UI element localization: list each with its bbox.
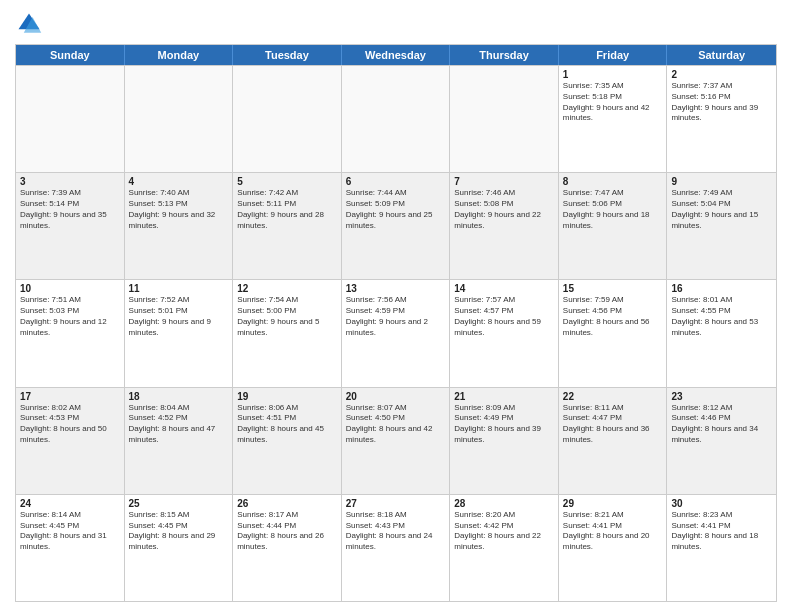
logo-icon: [15, 10, 43, 38]
calendar-cell: 6Sunrise: 7:44 AM Sunset: 5:09 PM Daylig…: [342, 173, 451, 279]
header: [15, 10, 777, 38]
cell-info: Sunrise: 7:56 AM Sunset: 4:59 PM Dayligh…: [346, 295, 446, 338]
cell-info: Sunrise: 8:15 AM Sunset: 4:45 PM Dayligh…: [129, 510, 229, 553]
day-number: 6: [346, 176, 446, 187]
calendar-cell: 28Sunrise: 8:20 AM Sunset: 4:42 PM Dayli…: [450, 495, 559, 601]
cell-info: Sunrise: 7:40 AM Sunset: 5:13 PM Dayligh…: [129, 188, 229, 231]
calendar-cell: 24Sunrise: 8:14 AM Sunset: 4:45 PM Dayli…: [16, 495, 125, 601]
cell-info: Sunrise: 8:07 AM Sunset: 4:50 PM Dayligh…: [346, 403, 446, 446]
calendar-cell: 2Sunrise: 7:37 AM Sunset: 5:16 PM Daylig…: [667, 66, 776, 172]
day-number: 16: [671, 283, 772, 294]
calendar-cell: [342, 66, 451, 172]
calendar-row: 1Sunrise: 7:35 AM Sunset: 5:18 PM Daylig…: [16, 65, 776, 172]
day-number: 4: [129, 176, 229, 187]
day-header: Saturday: [667, 45, 776, 65]
calendar-cell: [450, 66, 559, 172]
calendar-row: 24Sunrise: 8:14 AM Sunset: 4:45 PM Dayli…: [16, 494, 776, 601]
cell-info: Sunrise: 7:54 AM Sunset: 5:00 PM Dayligh…: [237, 295, 337, 338]
calendar-row: 3Sunrise: 7:39 AM Sunset: 5:14 PM Daylig…: [16, 172, 776, 279]
calendar-cell: 3Sunrise: 7:39 AM Sunset: 5:14 PM Daylig…: [16, 173, 125, 279]
day-number: 10: [20, 283, 120, 294]
calendar-cell: [125, 66, 234, 172]
day-number: 27: [346, 498, 446, 509]
calendar-cell: 11Sunrise: 7:52 AM Sunset: 5:01 PM Dayli…: [125, 280, 234, 386]
day-header: Friday: [559, 45, 668, 65]
day-number: 5: [237, 176, 337, 187]
calendar-cell: 18Sunrise: 8:04 AM Sunset: 4:52 PM Dayli…: [125, 388, 234, 494]
day-number: 19: [237, 391, 337, 402]
cell-info: Sunrise: 8:09 AM Sunset: 4:49 PM Dayligh…: [454, 403, 554, 446]
calendar-cell: 26Sunrise: 8:17 AM Sunset: 4:44 PM Dayli…: [233, 495, 342, 601]
calendar-cell: 8Sunrise: 7:47 AM Sunset: 5:06 PM Daylig…: [559, 173, 668, 279]
day-number: 12: [237, 283, 337, 294]
cell-info: Sunrise: 7:44 AM Sunset: 5:09 PM Dayligh…: [346, 188, 446, 231]
calendar-cell: 10Sunrise: 7:51 AM Sunset: 5:03 PM Dayli…: [16, 280, 125, 386]
day-number: 18: [129, 391, 229, 402]
cell-info: Sunrise: 7:35 AM Sunset: 5:18 PM Dayligh…: [563, 81, 663, 124]
day-number: 9: [671, 176, 772, 187]
day-header: Thursday: [450, 45, 559, 65]
day-number: 7: [454, 176, 554, 187]
cell-info: Sunrise: 7:37 AM Sunset: 5:16 PM Dayligh…: [671, 81, 772, 124]
calendar-cell: 12Sunrise: 7:54 AM Sunset: 5:00 PM Dayli…: [233, 280, 342, 386]
day-header: Monday: [125, 45, 234, 65]
cell-info: Sunrise: 8:11 AM Sunset: 4:47 PM Dayligh…: [563, 403, 663, 446]
day-number: 25: [129, 498, 229, 509]
calendar-cell: 17Sunrise: 8:02 AM Sunset: 4:53 PM Dayli…: [16, 388, 125, 494]
day-number: 13: [346, 283, 446, 294]
page: SundayMondayTuesdayWednesdayThursdayFrid…: [0, 0, 792, 612]
cell-info: Sunrise: 7:59 AM Sunset: 4:56 PM Dayligh…: [563, 295, 663, 338]
calendar-header: SundayMondayTuesdayWednesdayThursdayFrid…: [16, 45, 776, 65]
cell-info: Sunrise: 7:47 AM Sunset: 5:06 PM Dayligh…: [563, 188, 663, 231]
day-number: 30: [671, 498, 772, 509]
calendar-cell: 19Sunrise: 8:06 AM Sunset: 4:51 PM Dayli…: [233, 388, 342, 494]
day-number: 17: [20, 391, 120, 402]
cell-info: Sunrise: 7:52 AM Sunset: 5:01 PM Dayligh…: [129, 295, 229, 338]
cell-info: Sunrise: 7:51 AM Sunset: 5:03 PM Dayligh…: [20, 295, 120, 338]
cell-info: Sunrise: 8:12 AM Sunset: 4:46 PM Dayligh…: [671, 403, 772, 446]
calendar-cell: 14Sunrise: 7:57 AM Sunset: 4:57 PM Dayli…: [450, 280, 559, 386]
cell-info: Sunrise: 7:46 AM Sunset: 5:08 PM Dayligh…: [454, 188, 554, 231]
cell-info: Sunrise: 8:01 AM Sunset: 4:55 PM Dayligh…: [671, 295, 772, 338]
calendar-cell: 21Sunrise: 8:09 AM Sunset: 4:49 PM Dayli…: [450, 388, 559, 494]
day-number: 8: [563, 176, 663, 187]
calendar-cell: 7Sunrise: 7:46 AM Sunset: 5:08 PM Daylig…: [450, 173, 559, 279]
calendar-body: 1Sunrise: 7:35 AM Sunset: 5:18 PM Daylig…: [16, 65, 776, 601]
calendar-cell: 22Sunrise: 8:11 AM Sunset: 4:47 PM Dayli…: [559, 388, 668, 494]
cell-info: Sunrise: 8:04 AM Sunset: 4:52 PM Dayligh…: [129, 403, 229, 446]
day-number: 21: [454, 391, 554, 402]
cell-info: Sunrise: 8:21 AM Sunset: 4:41 PM Dayligh…: [563, 510, 663, 553]
calendar-cell: 9Sunrise: 7:49 AM Sunset: 5:04 PM Daylig…: [667, 173, 776, 279]
day-header: Tuesday: [233, 45, 342, 65]
day-number: 24: [20, 498, 120, 509]
cell-info: Sunrise: 8:20 AM Sunset: 4:42 PM Dayligh…: [454, 510, 554, 553]
calendar: SundayMondayTuesdayWednesdayThursdayFrid…: [15, 44, 777, 602]
calendar-cell: 29Sunrise: 8:21 AM Sunset: 4:41 PM Dayli…: [559, 495, 668, 601]
cell-info: Sunrise: 8:17 AM Sunset: 4:44 PM Dayligh…: [237, 510, 337, 553]
day-number: 15: [563, 283, 663, 294]
cell-info: Sunrise: 7:42 AM Sunset: 5:11 PM Dayligh…: [237, 188, 337, 231]
day-number: 14: [454, 283, 554, 294]
calendar-row: 10Sunrise: 7:51 AM Sunset: 5:03 PM Dayli…: [16, 279, 776, 386]
calendar-cell: 4Sunrise: 7:40 AM Sunset: 5:13 PM Daylig…: [125, 173, 234, 279]
calendar-cell: 13Sunrise: 7:56 AM Sunset: 4:59 PM Dayli…: [342, 280, 451, 386]
cell-info: Sunrise: 8:06 AM Sunset: 4:51 PM Dayligh…: [237, 403, 337, 446]
day-number: 1: [563, 69, 663, 80]
day-number: 20: [346, 391, 446, 402]
calendar-cell: 30Sunrise: 8:23 AM Sunset: 4:41 PM Dayli…: [667, 495, 776, 601]
cell-info: Sunrise: 8:23 AM Sunset: 4:41 PM Dayligh…: [671, 510, 772, 553]
calendar-cell: 25Sunrise: 8:15 AM Sunset: 4:45 PM Dayli…: [125, 495, 234, 601]
calendar-cell: [16, 66, 125, 172]
cell-info: Sunrise: 7:49 AM Sunset: 5:04 PM Dayligh…: [671, 188, 772, 231]
calendar-cell: [233, 66, 342, 172]
calendar-cell: 1Sunrise: 7:35 AM Sunset: 5:18 PM Daylig…: [559, 66, 668, 172]
cell-info: Sunrise: 8:14 AM Sunset: 4:45 PM Dayligh…: [20, 510, 120, 553]
calendar-row: 17Sunrise: 8:02 AM Sunset: 4:53 PM Dayli…: [16, 387, 776, 494]
calendar-cell: 15Sunrise: 7:59 AM Sunset: 4:56 PM Dayli…: [559, 280, 668, 386]
day-number: 23: [671, 391, 772, 402]
calendar-cell: 16Sunrise: 8:01 AM Sunset: 4:55 PM Dayli…: [667, 280, 776, 386]
day-number: 3: [20, 176, 120, 187]
cell-info: Sunrise: 8:02 AM Sunset: 4:53 PM Dayligh…: [20, 403, 120, 446]
logo: [15, 10, 47, 38]
calendar-cell: 27Sunrise: 8:18 AM Sunset: 4:43 PM Dayli…: [342, 495, 451, 601]
